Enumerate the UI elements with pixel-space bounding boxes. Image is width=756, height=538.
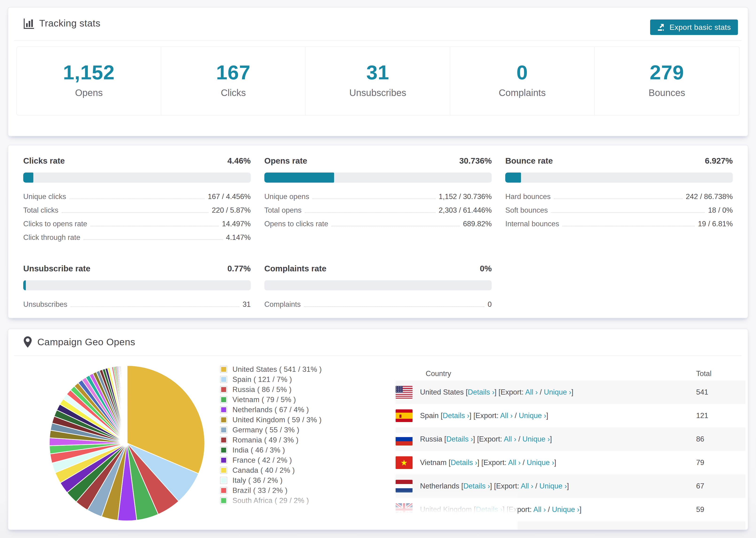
metric-label: Total clicks (23, 206, 58, 215)
legend-swatch (220, 436, 227, 444)
export-all-link[interactable]: All › (521, 482, 533, 490)
total-column-header: Total (696, 369, 711, 378)
legend-swatch (220, 497, 227, 504)
export-basic-stats-button[interactable]: Export basic stats (650, 20, 738, 35)
progress-bar (505, 173, 733, 183)
rate-rows: Hard bounces 242 / 86.738% Soft bounces … (505, 192, 733, 233)
details-link[interactable]: Details › (468, 388, 495, 396)
legend-swatch (220, 477, 227, 484)
metric-label: Internal bounces (505, 220, 559, 228)
legend-label: India ( 46 / 3% ) (233, 446, 285, 455)
legend-item: Italy ( 36 / 2% ) (220, 475, 322, 485)
legend-item: Romania ( 49 / 3% ) (220, 435, 322, 445)
tracking-stats-title: Tracking stats (39, 18, 100, 29)
metric-label: Hard bounces (505, 192, 551, 201)
rate-section: Opens rate 30.736% Unique opens 1,152 / … (264, 152, 492, 247)
dotted-leader (305, 212, 435, 213)
progress-fill (23, 280, 26, 290)
stat-card: 31 Unsubscribes (306, 47, 450, 115)
legend-item: Spain ( 121 / 7% ) (220, 374, 322, 385)
rates-card: Clicks rate 4.46% Unique clicks 167 / 4.… (8, 145, 748, 318)
details-link[interactable]: Details › (451, 458, 477, 467)
details-link[interactable]: Details › (443, 411, 469, 420)
legend-label: Canada ( 40 / 2% ) (233, 466, 295, 475)
export-all-link[interactable]: All › (508, 458, 520, 467)
dotted-leader (304, 306, 484, 307)
legend-label: Vietnam ( 79 / 5% ) (233, 396, 296, 404)
export-all-link[interactable]: All › (504, 435, 516, 443)
rate-section: Complaints rate 0% Complaints 0 (264, 260, 492, 314)
progress-bar (264, 173, 492, 183)
geo-title: Campaign Geo Opens (37, 337, 135, 348)
stat-card: 1,152 Opens (17, 47, 161, 115)
export-unique-link[interactable]: Unique › (527, 458, 554, 467)
pie-legend: United States ( 541 / 31% ) Spain ( 121 … (220, 364, 322, 506)
rate-title: Unsubscribe rate (23, 264, 90, 273)
stat-value: 0 (516, 62, 528, 82)
stat-card: 279 Bounces (595, 47, 739, 115)
export-unique-link[interactable]: Unique › (530, 529, 558, 530)
legend-item: Germany ( 55 / 3% ) (220, 425, 322, 435)
export-all-link[interactable]: All › (500, 411, 513, 420)
rate-rows: Unsubscribes 31 (23, 300, 251, 314)
dotted-leader (332, 226, 460, 226)
legend-item: United Kingdom ( 59 / 3% ) (220, 415, 322, 425)
stat-value: 1,152 (63, 62, 115, 82)
metric-value: 19 / 6.81% (698, 220, 733, 228)
progress-bar (23, 280, 251, 290)
legend-item: United States ( 541 / 31% ) (220, 364, 322, 374)
export-unique-link[interactable]: Unique › (552, 506, 579, 513)
rate-rows: Unique opens 1,152 / 30.736% Total opens… (264, 192, 492, 233)
export-all-link[interactable]: All › (533, 506, 546, 513)
export-icon (657, 23, 666, 31)
rate-rows: Unique clicks 167 / 4.456% Total clicks … (23, 192, 251, 247)
legend-item: Netherlands ( 67 / 4% ) (220, 405, 322, 415)
map-pin-icon (23, 336, 32, 348)
tracking-stats-page: Tracking stats Export basic stats 1,152 … (0, 0, 756, 538)
metric-value: 1,152 / 30.736% (439, 192, 492, 201)
legend-label: Russia ( 86 / 5% ) (233, 385, 292, 394)
bar-chart-icon (23, 18, 34, 29)
export-unique-link[interactable]: Unique › (544, 388, 571, 396)
metric-value: 220 / 5.87% (212, 206, 250, 215)
details-link[interactable]: Details › (446, 435, 473, 443)
stat-card: 167 Clicks (161, 47, 306, 115)
progress-bar (23, 173, 251, 183)
geo-table-header: Country Total (396, 367, 745, 381)
metric-label: Total opens (264, 206, 302, 215)
total-cell: 121 (696, 411, 708, 420)
legend-label: Spain ( 121 / 7% ) (233, 375, 292, 384)
geo-pie-chart[interactable] (47, 363, 207, 523)
export-button-label: Export basic stats (669, 23, 731, 32)
metric-value: 18 / 0% (708, 206, 733, 215)
geo-divider (14, 355, 742, 356)
tracking-stats-header: Tracking stats (23, 18, 100, 29)
metric-label: Soft bounces (505, 206, 548, 215)
metric-row: Total clicks 220 / 5.87% (23, 206, 251, 220)
export-unique-link[interactable]: Unique › (522, 435, 550, 443)
metric-label: Clicks to opens rate (23, 220, 87, 228)
dotted-leader (554, 198, 682, 199)
country-cell: Spain [Details ›] [Export: All › / Uniqu… (420, 411, 548, 420)
total-cell: 59 (696, 506, 704, 514)
export-unique-link[interactable]: Unique › (519, 411, 546, 420)
metric-label: Unique opens (264, 192, 309, 201)
legend-item: Russia ( 86 / 5% ) (220, 385, 322, 395)
export-all-link[interactable]: All › (525, 388, 538, 396)
country-cell: United States [Details ›] [Export: All ›… (420, 388, 573, 397)
legend-swatch (220, 416, 227, 423)
rate-percent: 30.736% (459, 156, 492, 166)
rate-title: Bounce rate (505, 156, 553, 166)
rate-section-head: Opens rate 30.736% (264, 156, 492, 166)
details-link[interactable]: Details › (463, 482, 490, 490)
metric-value: 4.147% (226, 233, 251, 242)
metric-label: Unique clicks (23, 192, 66, 201)
export-unique-link[interactable]: Unique › (539, 482, 567, 490)
campaign-geo-opens-card: Campaign Geo Opens United States ( 541 /… (8, 329, 748, 530)
dotted-leader (62, 212, 208, 213)
bottom-fade-overlay (227, 490, 518, 530)
metric-label: Unsubscribes (23, 300, 67, 309)
metric-row: Internal bounces 19 / 6.81% (505, 220, 733, 233)
legend-label: France ( 42 / 2% ) (233, 456, 292, 464)
dotted-leader (563, 226, 695, 226)
